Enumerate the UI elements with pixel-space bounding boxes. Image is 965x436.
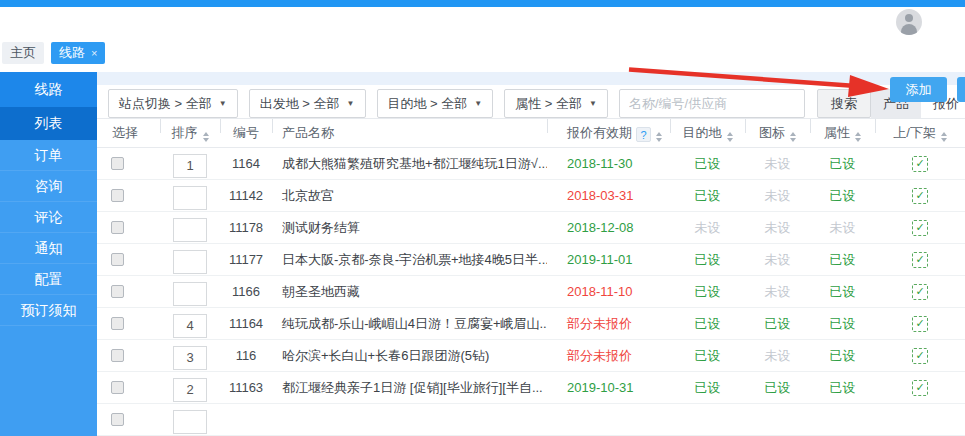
- published-check-icon[interactable]: ✓: [912, 316, 928, 332]
- user-avatar[interactable]: [896, 9, 922, 35]
- sort-order-input[interactable]: [173, 378, 207, 402]
- row-checkbox[interactable]: [111, 157, 124, 170]
- tab-home[interactable]: 主页: [2, 42, 44, 64]
- sort-order-input[interactable]: [173, 154, 207, 178]
- sort-order-input[interactable]: [173, 410, 207, 434]
- toolbar: 添加: [97, 72, 965, 85]
- row-checkbox[interactable]: [111, 285, 124, 298]
- cell-select: [97, 276, 160, 308]
- tab-routes[interactable]: 线路×: [51, 42, 105, 64]
- cell-publish: ✓: [875, 308, 965, 340]
- cell-select: [97, 308, 160, 340]
- cell-product-name: 北京故宫: [272, 180, 547, 212]
- filter-dropdown-departure[interactable]: 出发地 > 全部▼: [249, 89, 366, 118]
- table-row: 11164纯玩成都-乐山-峨嵋山4日游！豆腐宴+峨眉山...部分未报价已设已设已…: [97, 308, 965, 340]
- cell-attribute: 已设: [810, 340, 875, 372]
- published-check-icon[interactable]: ✓: [912, 284, 928, 300]
- column-label: 选择: [112, 125, 138, 140]
- sort-up-arrow: [656, 132, 662, 136]
- add-button[interactable]: 添加: [890, 77, 947, 102]
- cell-validity: 2018-03-31: [547, 180, 670, 212]
- status-unset: 未设: [765, 156, 791, 171]
- cell-sort: [160, 340, 220, 372]
- sort-icon[interactable]: [855, 132, 861, 142]
- sidebar-item-consult[interactable]: 咨询: [0, 171, 97, 202]
- row-checkbox[interactable]: [111, 317, 124, 330]
- row-checkbox[interactable]: [111, 189, 124, 202]
- published-check-icon[interactable]: ✓: [912, 156, 928, 172]
- column-label: 产品名称: [282, 125, 334, 140]
- status-set: 已设: [830, 156, 856, 171]
- status-set: 已设: [830, 380, 856, 395]
- products-table: 选择排序编号产品名称报价有效期?目的地图标属性上/下架 1164成都大熊猫繁殖研…: [97, 118, 965, 436]
- validity-value: 2018-11-30: [567, 156, 633, 171]
- status-set: 已设: [695, 380, 721, 395]
- table-row: 116哈尔滨+长白山+长春6日跟团游(5钻)部分未报价已设未设已设✓: [97, 340, 965, 372]
- cell-validity: 2018-11-30: [547, 148, 670, 180]
- column-header-publish: 上/下架: [875, 119, 965, 148]
- sort-order-input[interactable]: [173, 346, 207, 370]
- sort-icon[interactable]: [941, 132, 947, 142]
- sidebar-item-list[interactable]: 列表: [0, 107, 97, 140]
- sort-up-arrow: [790, 132, 796, 136]
- cell-product-name: [272, 404, 547, 436]
- sort-down-arrow: [855, 138, 861, 142]
- sidebar-item-orders[interactable]: 订单: [0, 140, 97, 171]
- cell-code: 11142: [220, 180, 272, 212]
- sort-icon[interactable]: [727, 132, 733, 142]
- sort-icon[interactable]: [203, 132, 209, 142]
- published-check-icon[interactable]: ✓: [912, 188, 928, 204]
- column-header-validity: 报价有效期?: [547, 119, 670, 148]
- cell-select: [97, 340, 160, 372]
- published-check-icon[interactable]: ✓: [912, 348, 928, 364]
- sort-order-input[interactable]: [173, 282, 207, 306]
- sort-icon[interactable]: [790, 132, 796, 142]
- status-set: 已设: [830, 316, 856, 331]
- published-check-icon[interactable]: ✓: [912, 220, 928, 236]
- header: [0, 7, 965, 42]
- content: 添加 站点切换 > 全部▼出发地 > 全部▼目的地 > 全部▼属性 > 全部▼ …: [97, 72, 965, 436]
- search-button[interactable]: 搜索: [817, 89, 871, 118]
- row-checkbox[interactable]: [111, 413, 124, 426]
- cell-destination: 已设: [670, 180, 745, 212]
- sidebar-item-notices[interactable]: 通知: [0, 233, 97, 264]
- sidebar-item-routes[interactable]: 线路: [0, 72, 97, 107]
- cell-icon: 未设: [745, 244, 810, 276]
- search-input[interactable]: [619, 89, 805, 118]
- sort-order-input[interactable]: [173, 186, 207, 210]
- cell-select: [97, 148, 160, 180]
- cell-validity: [547, 404, 670, 436]
- edge-button-partial[interactable]: [957, 77, 965, 102]
- column-label: 属性: [824, 125, 850, 140]
- row-checkbox[interactable]: [111, 253, 124, 266]
- column-header-select: 选择: [97, 119, 160, 148]
- sidebar-item-config[interactable]: 配置: [0, 264, 97, 295]
- validity-value: 2018-12-08: [567, 220, 634, 235]
- published-check-icon[interactable]: ✓: [912, 252, 928, 268]
- cell-sort: [160, 244, 220, 276]
- sort-order-input[interactable]: [173, 314, 207, 338]
- row-checkbox[interactable]: [111, 221, 124, 234]
- cell-code: 11177: [220, 244, 272, 276]
- sidebar-item-booking-notes[interactable]: 预订须知: [0, 295, 97, 326]
- tab-label: 主页: [10, 44, 36, 62]
- row-checkbox[interactable]: [111, 349, 124, 362]
- filter-dropdown-attribute[interactable]: 属性 > 全部▼: [504, 89, 608, 118]
- close-icon[interactable]: ×: [91, 47, 97, 59]
- filter-dropdown-site-switch[interactable]: 站点切换 > 全部▼: [108, 89, 238, 118]
- help-icon[interactable]: ?: [636, 127, 651, 142]
- filter-dropdown-destination[interactable]: 目的地 > 全部▼: [377, 89, 494, 118]
- sort-icon[interactable]: [656, 132, 662, 142]
- cell-code: 116: [220, 340, 272, 372]
- cell-publish: ✓: [875, 244, 965, 276]
- sort-order-input[interactable]: [173, 218, 207, 242]
- sort-up-arrow: [727, 132, 733, 136]
- published-check-icon[interactable]: ✓: [912, 380, 928, 396]
- filter-label: 出发地 > 全部: [260, 95, 340, 113]
- table-row: 1164成都大熊猫繁殖研究基地+都江堰纯玩1日游√...2018-11-30已设…: [97, 148, 965, 180]
- sort-order-input[interactable]: [173, 250, 207, 274]
- sort-down-arrow: [656, 138, 662, 142]
- row-checkbox[interactable]: [111, 381, 124, 394]
- column-header-product-name: 产品名称: [272, 119, 547, 148]
- sidebar-item-comments[interactable]: 评论: [0, 202, 97, 233]
